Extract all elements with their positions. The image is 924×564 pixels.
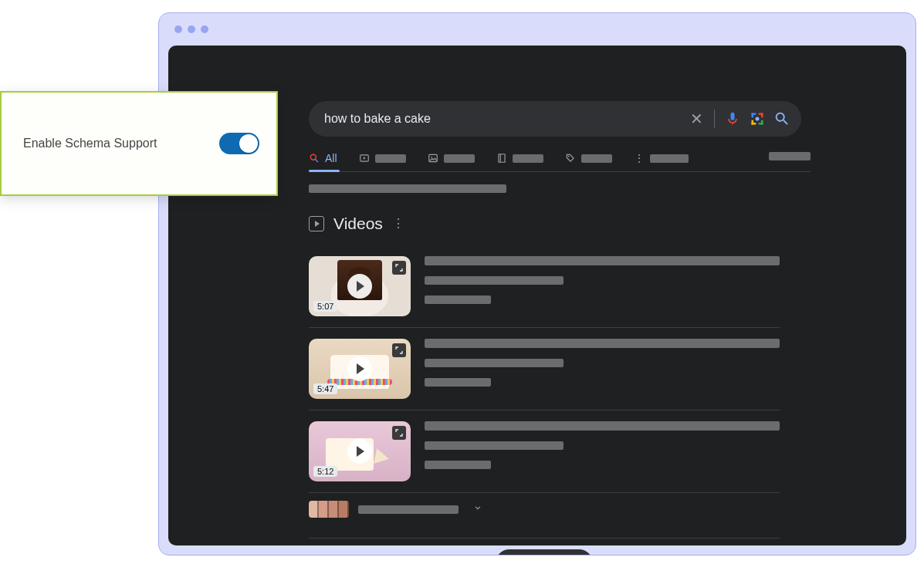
view-all-row: View all	[309, 538, 780, 556]
tab-placeholder	[444, 154, 475, 163]
video-result[interactable]: 5:47	[309, 327, 780, 410]
tab-images[interactable]	[428, 153, 475, 171]
tab-books[interactable]	[496, 153, 543, 171]
shopping-tab-icon	[565, 153, 576, 164]
tab-placeholder	[375, 154, 406, 163]
chevron-down-icon	[472, 502, 483, 516]
svg-point-13	[431, 157, 432, 158]
images-tab-icon	[428, 153, 438, 164]
titlebar	[159, 13, 916, 46]
key-moments-row[interactable]	[309, 492, 780, 530]
expand-icon[interactable]	[392, 426, 406, 440]
svg-point-16	[567, 156, 569, 157]
schema-toggle-label: Enable Schema Support	[23, 137, 157, 150]
video-result[interactable]: 5:12	[309, 410, 780, 492]
search-input[interactable]	[324, 112, 680, 126]
tab-placeholder	[581, 154, 612, 163]
tab-more[interactable]: ⋮	[634, 153, 689, 171]
video-list: 5:07 5:47	[309, 245, 780, 530]
moments-label-placeholder	[358, 505, 459, 514]
video-title-placeholder	[425, 339, 780, 348]
videos-section-header: Videos ⋮	[309, 214, 906, 233]
mic-icon[interactable]	[724, 110, 741, 127]
video-meta	[425, 256, 780, 316]
tab-placeholder	[513, 154, 543, 163]
video-title-placeholder	[425, 256, 780, 265]
play-icon	[347, 356, 372, 381]
kebab-icon: ⋮	[634, 153, 645, 164]
video-duration: 5:07	[313, 301, 337, 312]
svg-rect-14	[498, 154, 504, 163]
svg-rect-1	[752, 113, 754, 118]
video-sub-placeholder	[425, 276, 564, 285]
tabs-row: All	[309, 152, 801, 172]
results-meta-placeholder	[309, 184, 506, 193]
toggle-knob	[239, 134, 258, 153]
video-sub-placeholder	[425, 296, 491, 304]
video-duration: 5:47	[313, 383, 337, 394]
search-divider	[714, 110, 715, 128]
play-icon	[347, 439, 372, 464]
video-sub-placeholder	[425, 441, 564, 450]
tab-all-label: All	[325, 152, 337, 164]
all-tab-icon	[309, 153, 320, 164]
lens-icon[interactable]	[749, 110, 766, 127]
active-tab-underline	[309, 170, 340, 172]
video-sub-placeholder	[425, 378, 491, 387]
schema-toggle[interactable]	[219, 133, 259, 154]
section-kebab-icon[interactable]: ⋮	[392, 218, 404, 230]
window-dot-3	[201, 25, 208, 33]
video-thumbnail[interactable]: 5:07	[309, 256, 411, 316]
expand-icon[interactable]	[392, 261, 406, 275]
svg-rect-7	[761, 120, 763, 125]
tabs-underline	[309, 171, 811, 172]
svg-rect-3	[761, 113, 763, 118]
clear-icon[interactable]: ✕	[688, 110, 705, 127]
video-sub-placeholder	[425, 359, 564, 367]
tab-videos[interactable]	[359, 153, 406, 171]
search-bar: ✕	[309, 101, 801, 137]
video-thumbnail[interactable]: 5:47	[309, 339, 411, 399]
page-viewport: ✕ All	[168, 46, 906, 545]
view-all-button[interactable]: View all	[496, 549, 593, 556]
video-duration: 5:12	[313, 466, 337, 477]
svg-point-8	[756, 117, 760, 121]
videos-tab-icon	[359, 153, 370, 164]
search-icon[interactable]	[773, 110, 790, 127]
video-result[interactable]: 5:07	[309, 245, 780, 327]
video-thumbnail[interactable]: 5:12	[309, 421, 411, 481]
video-title-placeholder	[425, 421, 780, 431]
svg-line-10	[315, 159, 318, 162]
videos-section-icon	[309, 216, 324, 231]
video-meta	[425, 421, 780, 481]
window-dot-1	[174, 25, 182, 33]
tab-shopping[interactable]	[565, 153, 612, 171]
video-sub-placeholder	[425, 461, 491, 469]
moments-strip-icon	[309, 501, 349, 518]
window-dot-2	[188, 25, 195, 33]
tools-placeholder[interactable]	[769, 152, 811, 160]
play-icon	[347, 274, 372, 299]
svg-rect-5	[752, 120, 754, 125]
tab-placeholder	[650, 154, 689, 163]
books-tab-icon	[496, 153, 507, 164]
video-meta	[425, 339, 780, 399]
expand-icon[interactable]	[392, 343, 406, 357]
schema-overlay-card: Enable Schema Support	[0, 91, 278, 196]
videos-section-title: Videos	[333, 214, 383, 233]
